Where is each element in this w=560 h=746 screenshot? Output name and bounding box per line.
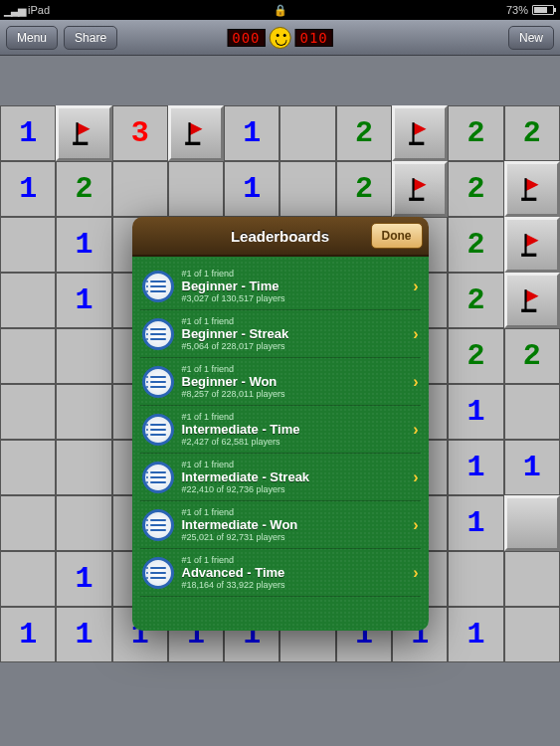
board-cell	[56, 384, 111, 440]
flag-cell[interactable]	[168, 105, 224, 161]
board-cell[interactable]	[504, 495, 560, 551]
leaderboard-global-rank: #22,410 of 92,736 players	[182, 484, 406, 494]
board-cell	[0, 384, 56, 440]
leaderboard-title: Intermediate - Streak	[182, 469, 406, 484]
board-cell: 1	[224, 105, 280, 161]
chevron-right-icon: ›	[413, 564, 418, 582]
list-icon	[142, 462, 174, 493]
board-cell	[168, 161, 224, 217]
svg-rect-16	[524, 234, 526, 256]
board-cell	[504, 551, 560, 607]
flag-cell[interactable]	[56, 105, 111, 161]
chevron-right-icon: ›	[413, 421, 418, 439]
board-cell: 2	[448, 273, 503, 328]
svg-marker-3	[190, 122, 203, 135]
board-cell: 1	[504, 440, 560, 495]
app-toolbar: Menu Share 000 010 New	[0, 20, 560, 56]
board-cell	[0, 495, 56, 551]
board-cell: 2	[336, 105, 392, 161]
board-cell	[280, 105, 335, 161]
board-cell: 2	[504, 105, 560, 161]
board-cell: 1	[448, 495, 503, 551]
leaderboard-friend-rank: #1 of 1 friend	[182, 269, 406, 279]
flag-cell[interactable]	[504, 161, 560, 217]
svg-marker-12	[525, 178, 538, 191]
leaderboard-row[interactable]: #1 of 1 friendIntermediate - Won#25,021 …	[140, 501, 421, 549]
battery-label: 73%	[506, 4, 528, 16]
share-button[interactable]: Share	[64, 26, 117, 50]
board-cell: 1	[0, 607, 56, 662]
board-cell: 1	[448, 440, 503, 495]
board-cell: 3	[112, 105, 168, 161]
leaderboard-friend-rank: #1 of 1 friend	[182, 316, 406, 326]
board-cell: 2	[56, 161, 111, 217]
leaderboard-global-rank: #25,021 of 92,731 players	[182, 532, 406, 542]
board-cell: 1	[56, 551, 111, 607]
list-icon	[142, 366, 174, 398]
board-cell: 1	[0, 161, 56, 217]
svg-rect-1	[77, 122, 79, 144]
flag-cell[interactable]	[504, 217, 560, 273]
leaderboard-row[interactable]: #1 of 1 friendBeginner - Time#3,027 of 1…	[140, 263, 421, 310]
svg-rect-7	[413, 122, 415, 144]
svg-rect-20	[521, 309, 536, 312]
leaderboard-global-rank: #18,164 of 33,922 players	[182, 580, 406, 590]
board-cell	[448, 551, 503, 607]
leaderboard-title: Advanced - Time	[182, 565, 406, 580]
modal-title: Leaderboards	[231, 228, 329, 245]
leaderboard-row[interactable]: #1 of 1 friendIntermediate - Time#2,427 …	[140, 406, 421, 454]
leaderboard-friend-rank: #1 of 1 friend	[182, 507, 406, 517]
leaderboard-row[interactable]: #1 of 1 friendAdvanced - Time#18,164 of …	[140, 549, 421, 597]
board-cell: 1	[56, 607, 111, 662]
device-label: iPad	[28, 4, 50, 16]
leaderboards-modal: Leaderboards Done #1 of 1 friendBeginner…	[132, 217, 429, 631]
leaderboard-row[interactable]: #1 of 1 friendIntermediate - Streak#22,4…	[140, 454, 421, 501]
board-cell: 2	[448, 105, 503, 161]
new-game-button[interactable]: New	[508, 26, 554, 50]
timer-counter: 010	[295, 29, 333, 47]
menu-button[interactable]: Menu	[6, 26, 58, 50]
done-button[interactable]: Done	[371, 223, 423, 249]
svg-rect-19	[524, 289, 526, 311]
leaderboard-row[interactable]: #1 of 1 friendBeginner - Streak#5,064 of…	[140, 310, 421, 358]
chevron-right-icon: ›	[413, 278, 418, 295]
board-cell: 1	[56, 273, 111, 328]
board-cell: 2	[336, 161, 392, 217]
mine-counter: 000	[227, 29, 265, 47]
chevron-right-icon: ›	[413, 468, 418, 486]
board-cell: 1	[448, 607, 503, 662]
board-cell	[504, 607, 560, 662]
svg-marker-6	[414, 122, 427, 135]
ios-status-bar: ▁▃▅ iPad 🔒 73%	[0, 0, 560, 20]
leaderboard-global-rank: #3,027 of 130,517 players	[182, 293, 406, 303]
board-cell: 1	[56, 217, 111, 273]
board-cell: 2	[504, 328, 560, 384]
board-cell	[0, 328, 56, 384]
flag-cell[interactable]	[392, 105, 448, 161]
leaderboard-global-rank: #5,064 of 228,017 players	[182, 341, 406, 351]
board-cell	[56, 328, 111, 384]
svg-rect-13	[524, 178, 526, 200]
smiley-reset-button[interactable]	[270, 27, 291, 49]
leaderboard-title: Beginner - Streak	[182, 326, 406, 341]
board-cell	[0, 440, 56, 495]
lock-icon: 🔒	[274, 4, 287, 17]
board-cell: 2	[448, 328, 503, 384]
svg-rect-5	[185, 142, 200, 145]
list-icon	[142, 509, 174, 541]
chevron-right-icon: ›	[413, 516, 418, 534]
flag-cell[interactable]	[504, 273, 560, 328]
list-icon	[142, 414, 174, 446]
leaderboard-friend-rank: #1 of 1 friend	[182, 364, 406, 374]
leaderboards-list[interactable]: #1 of 1 friendBeginner - Time#3,027 of 1…	[132, 257, 429, 631]
leaderboard-row[interactable]: #1 of 1 friendBeginner - Won#8,257 of 22…	[140, 358, 421, 406]
board-cell	[112, 161, 168, 217]
flag-cell[interactable]	[392, 161, 448, 217]
board-cell: 1	[448, 384, 503, 440]
board-cell: 2	[448, 217, 503, 273]
leaderboard-global-rank: #2,427 of 62,581 players	[182, 437, 406, 447]
svg-rect-10	[413, 178, 415, 200]
list-icon	[142, 318, 174, 350]
board-cell	[280, 161, 335, 217]
list-icon	[142, 271, 174, 302]
